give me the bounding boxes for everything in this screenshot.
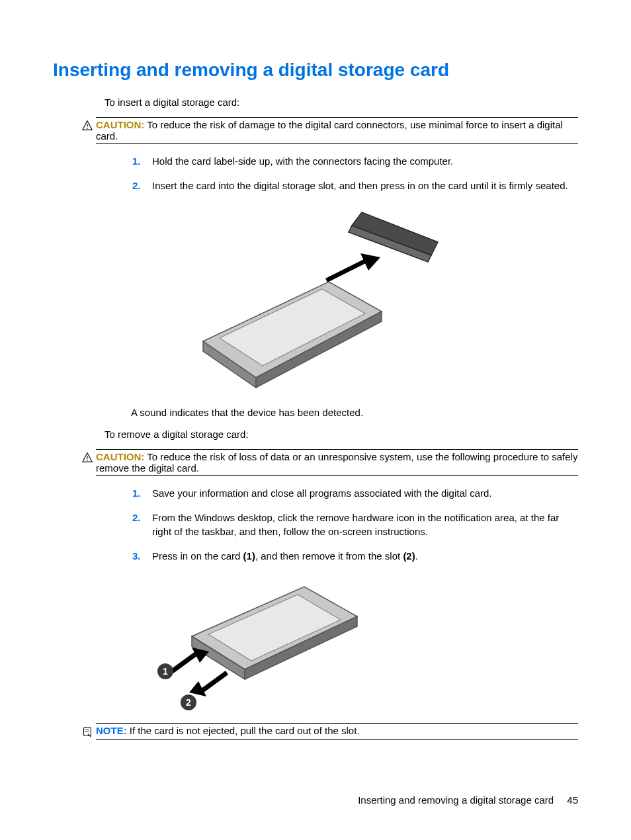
page-title: Inserting and removing a digital storage… xyxy=(53,60,578,81)
caution-text: To reduce the risk of loss of data or an… xyxy=(96,451,577,474)
caution-insert: CAUTION: To reduce the risk of damage to… xyxy=(96,117,578,144)
remove-intro-text: To remove a digital storage card: xyxy=(105,429,578,440)
figure-remove-card: 1 2 xyxy=(146,573,578,712)
note-label: NOTE: xyxy=(96,725,127,736)
sound-detected-text: A sound indicates that the device has be… xyxy=(131,407,578,418)
insert-intro-text: To insert a digital storage card: xyxy=(105,97,578,108)
note-block: NOTE: If the card is not ejected, pull t… xyxy=(96,723,578,740)
note-icon xyxy=(81,726,93,739)
caution-label: CAUTION: xyxy=(96,119,144,130)
caution-icon xyxy=(81,120,93,134)
footer-section-title: Inserting and removing a digital storage… xyxy=(358,794,554,806)
list-item: Hold the card label-side up, with the co… xyxy=(132,154,578,168)
svg-point-2 xyxy=(87,128,88,129)
note-text: If the card is not ejected, pull the car… xyxy=(130,725,360,736)
caution-text: To reduce the risk of damage to the digi… xyxy=(96,119,563,142)
svg-text:1: 1 xyxy=(163,666,168,677)
svg-text:2: 2 xyxy=(186,697,191,708)
list-item: Save your information and close all prog… xyxy=(132,486,578,500)
svg-marker-22 xyxy=(201,671,228,693)
caution-icon xyxy=(81,452,93,466)
page-footer: Inserting and removing a digital storage… xyxy=(358,794,578,806)
insert-steps-list: Hold the card label-side up, with the co… xyxy=(132,154,578,192)
page-number: 45 xyxy=(567,794,578,806)
caution-remove: CAUTION: To reduce the risk of loss of d… xyxy=(96,449,578,476)
list-item: Insert the card into the digital storage… xyxy=(132,179,578,192)
svg-marker-18 xyxy=(171,651,198,673)
svg-point-13 xyxy=(87,460,88,461)
remove-steps-list: Save your information and close all prog… xyxy=(132,486,578,563)
figure-insert-card xyxy=(53,206,578,391)
svg-marker-5 xyxy=(325,259,367,282)
list-item: Press in on the card (1), and then remov… xyxy=(132,549,578,563)
caution-label: CAUTION: xyxy=(96,451,144,462)
list-item: From the Windows desktop, click the remo… xyxy=(132,511,578,538)
